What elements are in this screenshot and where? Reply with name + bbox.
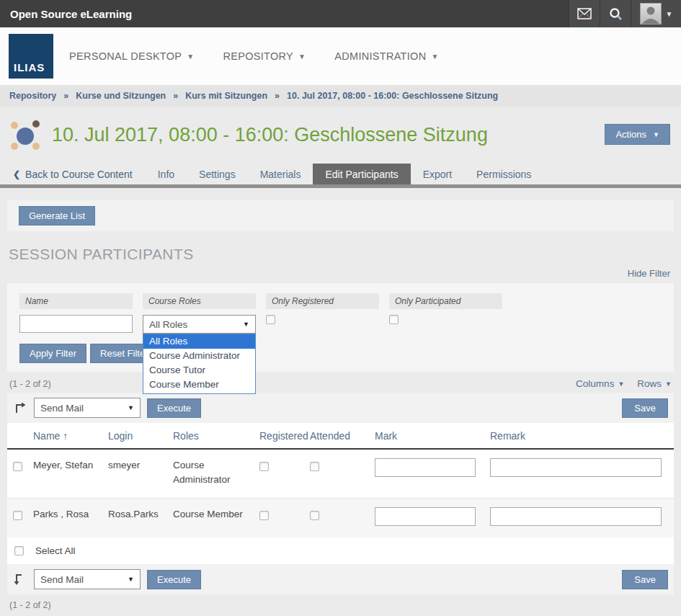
breadcrumb: Repository » Kurse und Sitzungen » Kurs … (0, 85, 681, 107)
breadcrumb-separator: » (275, 91, 280, 101)
execute-button-top[interactable]: Execute (147, 398, 201, 418)
save-button-top[interactable]: Save (622, 398, 668, 418)
execute-button-bottom[interactable]: Execute (147, 570, 201, 589)
nav-repository[interactable]: REPOSITORY▼ (223, 50, 306, 62)
hide-filter-link[interactable]: Hide Filter (628, 268, 670, 279)
row-select-checkbox[interactable] (13, 462, 22, 471)
back-to-course-content-link[interactable]: ❮ Back to Course Content (10, 164, 135, 184)
action-select-top[interactable]: Send Mail ▼ (34, 398, 141, 418)
attended-checkbox[interactable] (310, 511, 319, 520)
search-icon (609, 7, 623, 21)
column-header-attended: Attended (310, 430, 375, 442)
select-all-row: Select All (7, 537, 674, 564)
table-header-row: Name↑ Login Roles Registered Attended Ma… (7, 423, 674, 450)
chevron-down-icon: ▼ (431, 53, 438, 61)
table-toolbar-bottom: Send Mail ▼ Execute Save (7, 564, 674, 594)
topbar-icons: ▼ (569, 0, 681, 27)
dropdown-option-course-member[interactable]: Course Member (143, 378, 255, 392)
column-header-name[interactable]: Name↑ (33, 430, 108, 442)
chevron-down-icon: ▼ (666, 10, 673, 18)
actions-button[interactable]: Actions ▼ (605, 124, 670, 145)
dropdown-option-course-tutor[interactable]: Course Tutor (143, 363, 255, 378)
save-button-bottom[interactable]: Save (622, 570, 668, 589)
filter-field-name: Name (19, 293, 133, 334)
row-select-checkbox[interactable] (13, 511, 22, 520)
remark-input[interactable] (490, 458, 662, 477)
only-registered-checkbox[interactable] (266, 315, 275, 324)
remark-input[interactable] (490, 507, 662, 526)
filter-field-only-participated: Only Participated (389, 293, 502, 334)
registered-checkbox[interactable] (259, 462, 269, 471)
nav-personal-desktop[interactable]: PERSONAL DESKTOP▼ (69, 50, 195, 62)
table-view-links: Columns▼ Rows▼ (576, 378, 672, 389)
apply-to-selection-down-icon (13, 572, 27, 586)
action-select-bottom[interactable]: Send Mail ▼ (34, 569, 141, 589)
chevron-down-icon: ▼ (243, 321, 249, 328)
rows-dropdown-link[interactable]: Rows▼ (637, 378, 672, 389)
apply-to-selection-up-icon (13, 401, 27, 415)
dropdown-option-all-roles[interactable]: All Roles (143, 334, 255, 349)
column-header-roles[interactable]: Roles (173, 430, 259, 442)
tab-info[interactable]: Info (146, 164, 187, 184)
breadcrumb-item[interactable]: Kurse und Sitzungen (76, 91, 166, 101)
column-header-login[interactable]: Login (108, 430, 173, 442)
table-row: Meyer, Stefan smeyer Course Administrato… (7, 450, 674, 498)
filter-label-name: Name (19, 293, 133, 309)
page-title: 10. Jul 2017, 08:00 - 16:00: Geschlossen… (52, 124, 488, 146)
apply-filter-button[interactable]: Apply Filter (19, 344, 86, 363)
name-filter-input[interactable] (19, 315, 133, 333)
section-title: SESSION PARTICIPANTS (9, 246, 672, 263)
chevron-down-icon: ▼ (187, 53, 194, 61)
attended-checkbox[interactable] (310, 462, 319, 471)
tab-materials[interactable]: Materials (248, 164, 313, 184)
user-menu-button[interactable]: ▼ (631, 0, 681, 27)
topbar: Open Source eLearning ▼ (0, 0, 681, 27)
cell-name: Meyer, Stefan (33, 458, 108, 486)
filter-label-only-registered: Only Registered (266, 293, 379, 309)
breadcrumb-item[interactable]: Repository (9, 91, 56, 101)
tab-permissions[interactable]: Permissions (464, 164, 543, 184)
breadcrumb-item[interactable]: 10. Jul 2017, 08:00 - 16:00: Geschlossen… (287, 91, 498, 101)
chevron-down-icon: ▼ (128, 404, 134, 411)
chevron-down-icon: ▼ (618, 380, 624, 388)
main-navigation: PERSONAL DESKTOP▼ REPOSITORY▼ ADMINISTRA… (69, 50, 439, 62)
title-bar: 10. Jul 2017, 08:00 - 16:00: Geschlossen… (0, 107, 681, 164)
tab-bar: ❮ Back to Course Content Info Settings M… (0, 164, 681, 184)
mark-input[interactable] (375, 458, 476, 477)
cell-login: Rosa.Parks (108, 507, 173, 526)
select-all-label: Select All (35, 545, 76, 556)
cell-roles: Course Administrator (173, 458, 259, 486)
filter-field-course-roles: Course Roles All Roles ▼ (143, 293, 256, 334)
mail-button[interactable] (569, 0, 600, 27)
tab-underline (0, 184, 681, 188)
breadcrumb-separator: » (63, 91, 68, 101)
tab-edit-participants[interactable]: Edit Participants (313, 164, 410, 184)
header: ILIAS PERSONAL DESKTOP▼ REPOSITORY▼ ADMI… (0, 27, 681, 85)
tab-export[interactable]: Export (411, 164, 464, 184)
chevron-left-icon: ❮ (13, 169, 20, 179)
generate-list-button[interactable]: Generate List (19, 206, 95, 226)
select-all-checkbox[interactable] (14, 546, 24, 555)
registered-checkbox[interactable] (259, 511, 269, 520)
chevron-down-icon: ▼ (128, 576, 134, 583)
tab-settings[interactable]: Settings (187, 164, 248, 184)
cell-roles: Course Member (173, 507, 259, 526)
sort-ascending-icon: ↑ (63, 430, 68, 442)
nav-administration[interactable]: ADMINISTRATION▼ (334, 50, 438, 62)
participants-table: Send Mail ▼ Execute Save Name↑ Login Rol… (7, 393, 674, 594)
breadcrumb-item[interactable]: Kurs mit Sitzungen (185, 91, 267, 101)
column-header-mark: Mark (375, 430, 490, 442)
dropdown-option-course-administrator[interactable]: Course Administrator (143, 349, 255, 363)
filter-label-only-participated: Only Participated (389, 293, 502, 309)
search-button[interactable] (600, 0, 631, 27)
filter-panel: Name Course Roles All Roles ▼ Only Regis… (7, 283, 674, 372)
filter-controls-row: Hide Filter (0, 263, 681, 283)
only-participated-checkbox[interactable] (389, 315, 399, 324)
ilias-logo[interactable]: ILIAS (9, 34, 53, 79)
table-toolbar-top: Send Mail ▼ Execute Save (7, 393, 674, 423)
cell-name: Parks , Rosa (33, 507, 108, 526)
course-roles-select[interactable]: All Roles ▼ (143, 315, 256, 334)
mark-input[interactable] (375, 507, 476, 526)
column-header-registered: Registered (259, 430, 310, 442)
columns-dropdown-link[interactable]: Columns▼ (576, 378, 624, 389)
